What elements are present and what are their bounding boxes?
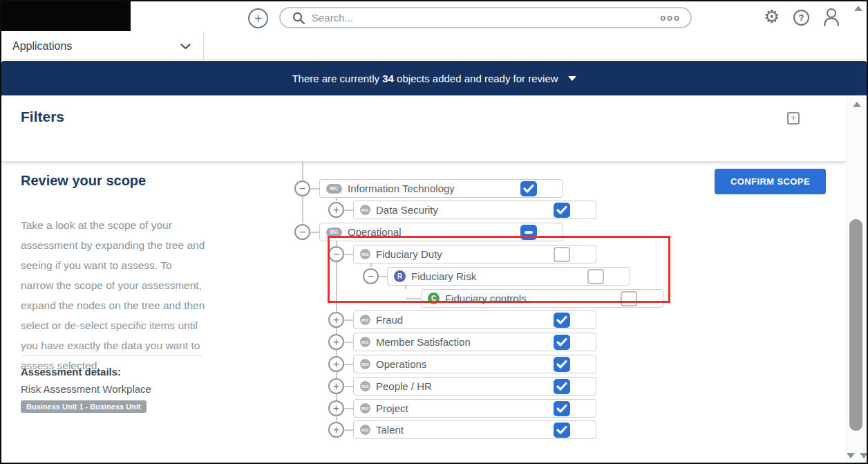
tree-node[interactable]: RSCFiduciary Duty (353, 245, 596, 263)
scope-review-section: Review your scope Take a look at the sco… (1, 161, 846, 463)
node-type-badge: RSC (360, 315, 370, 325)
scrollbar-up-arrow-icon[interactable] (853, 102, 861, 107)
top-bar: + Search... ooo ⚙ ? (1, 1, 867, 33)
assessment-name: Risk Assessment Workplace (21, 383, 151, 395)
search-input[interactable]: Search... ooo (279, 7, 692, 28)
filters-expand-icon[interactable]: + (787, 112, 800, 124)
scrollbar-thumb[interactable] (849, 219, 862, 431)
expander-toggle-icon[interactable]: + (328, 202, 344, 218)
scope-description: Take a look at the scope of your assessm… (21, 215, 207, 375)
chevron-down-icon (180, 44, 191, 50)
review-object-count: 34 (382, 73, 394, 84)
navigation-row: Applications (1, 33, 867, 60)
expander-toggle-icon[interactable]: + (328, 334, 344, 350)
node-label: Fiduciary Risk (411, 270, 476, 282)
search-icon (292, 11, 305, 25)
app-logo (1, 1, 131, 31)
expander-toggle-icon[interactable]: + (328, 356, 344, 372)
node-label: Fiduciary controls (445, 293, 527, 304)
tree-node[interactable]: CFiduciary controls (421, 289, 663, 308)
node-checkbox[interactable] (520, 225, 537, 240)
expander-toggle-icon[interactable]: + (328, 400, 344, 416)
scroll-up-icon[interactable] (854, 6, 862, 11)
node-label: Information Technology (348, 183, 455, 194)
node-checkbox[interactable] (587, 269, 604, 284)
tree-node[interactable]: RCInformation Technology (319, 179, 563, 198)
node-checkbox[interactable] (554, 401, 570, 416)
node-checkbox[interactable] (554, 203, 570, 218)
scrollbar-down-arrow-icon[interactable] (847, 453, 855, 458)
user-profile-icon[interactable] (822, 7, 840, 27)
node-checkbox[interactable] (554, 313, 570, 328)
node-type-badge: RSC (360, 205, 370, 215)
node-type-badge: C (428, 293, 440, 304)
page-title: Review your scope (21, 173, 146, 189)
node-label: Data Security (376, 204, 438, 216)
tree-node[interactable]: RSCProject (353, 399, 596, 418)
tree-node[interactable]: RSCData Security (353, 201, 596, 219)
tree-node[interactable]: RFiduciary Risk (387, 267, 630, 286)
node-type-badge: RSC (360, 381, 370, 391)
node-type-badge: R (394, 270, 406, 282)
node-checkbox[interactable] (554, 423, 570, 438)
help-icon[interactable]: ? (793, 10, 809, 26)
tree-node[interactable]: RSCOperations (353, 355, 596, 373)
filters-title: Filters (21, 109, 64, 125)
expander-toggle-icon[interactable]: − (294, 180, 310, 196)
node-label: Operational (348, 226, 402, 238)
node-type-badge: RSC (360, 403, 370, 414)
business-unit-badge: Business Unit 1 - Business Unit (21, 400, 147, 413)
app-window: + Search... ooo ⚙ ? Applications There a… (0, 0, 868, 464)
expander-toggle-icon[interactable]: + (328, 312, 344, 328)
expander-toggle-icon[interactable]: + (328, 378, 344, 394)
node-label: Fraud (376, 314, 403, 326)
node-checkbox[interactable] (554, 379, 570, 394)
node-checkbox[interactable] (554, 357, 570, 372)
node-label: Fiduciary Duty (376, 248, 442, 260)
applications-dropdown[interactable]: Applications (1, 33, 204, 60)
expander-toggle-icon[interactable]: + (328, 422, 344, 438)
tree-connector-line (406, 298, 421, 299)
node-type-badge: RSC (360, 359, 370, 369)
tree-node[interactable]: RCOperational (319, 223, 563, 241)
search-placeholder: Search... (312, 12, 660, 24)
node-label: Member Satisfaction (376, 336, 471, 348)
banner-caret-icon[interactable] (568, 76, 576, 81)
applications-dropdown-label: Applications (12, 40, 72, 53)
node-checkbox[interactable] (554, 247, 570, 262)
review-banner[interactable]: There are currently 34 objects added and… (1, 61, 867, 95)
create-object-button[interactable]: + (248, 8, 268, 28)
scrollbar-down-arrow-icon[interactable] (860, 453, 868, 458)
node-type-badge: RC (326, 184, 342, 194)
node-type-badge: RSC (360, 337, 370, 347)
filters-panel: Filters + (1, 96, 846, 161)
node-checkbox[interactable] (554, 335, 570, 350)
gear-icon[interactable]: ⚙ (764, 6, 780, 27)
expander-toggle-icon[interactable]: − (363, 268, 379, 284)
divider (21, 355, 202, 356)
node-checkbox[interactable] (520, 181, 537, 196)
node-label: People / HR (376, 380, 432, 392)
node-label: Project (376, 402, 408, 414)
node-type-badge: RC (326, 228, 342, 237)
confirm-scope-button[interactable]: CONFIRM SCOPE (715, 169, 826, 194)
assessment-details-label: Assessment details: (21, 366, 121, 378)
node-label: Talent (376, 424, 404, 436)
node-type-badge: RSC (360, 249, 370, 259)
search-options-icon[interactable]: ooo (660, 12, 681, 23)
node-type-badge: RSC (360, 425, 370, 435)
expander-toggle-icon[interactable]: − (328, 246, 344, 262)
tree-node[interactable]: RSCPeople / HR (353, 377, 596, 396)
node-label: Operations (376, 358, 426, 370)
tree-node[interactable]: RSCTalent (353, 420, 596, 439)
tree-node[interactable]: RSCMember Satisfaction (353, 333, 596, 351)
review-banner-text: There are currently 34 objects added and… (292, 73, 558, 84)
expander-toggle-icon[interactable]: − (294, 224, 310, 240)
tree-node[interactable]: RSCFraud (353, 310, 596, 329)
node-checkbox[interactable] (621, 291, 637, 306)
